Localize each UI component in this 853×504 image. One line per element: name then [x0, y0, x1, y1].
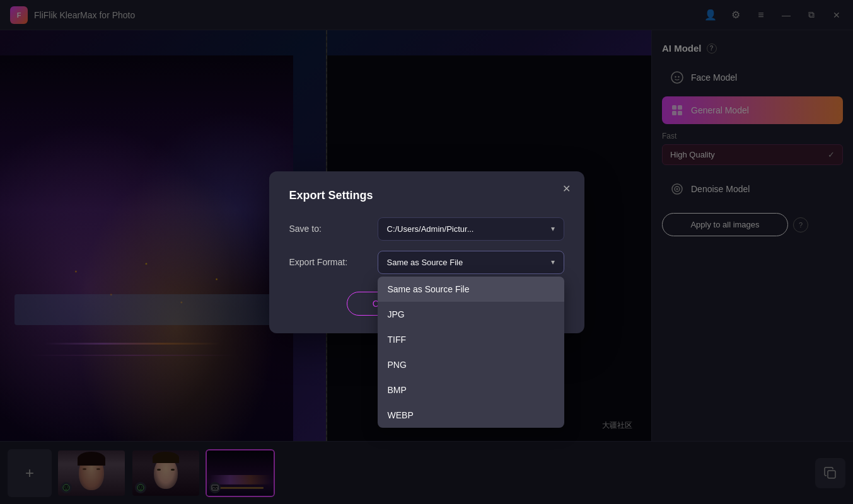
export-format-row: Export Format: Same as Source File ▾ Sam… [289, 251, 564, 274]
export-format-select[interactable]: Same as Source File ▾ [378, 251, 564, 274]
export-format-arrow: ▾ [551, 258, 555, 266]
export-format-label: Export Format: [289, 257, 378, 267]
dropdown-item-webp[interactable]: WEBP [378, 403, 564, 428]
export-format-dropdown: Same as Source File JPG TIFF PNG BMP WEB… [378, 277, 564, 428]
dropdown-item-bmp[interactable]: BMP [378, 377, 564, 403]
dropdown-item-png[interactable]: PNG [378, 352, 564, 377]
dropdown-item-same-as-source[interactable]: Same as Source File [378, 277, 564, 302]
dropdown-item-jpg[interactable]: JPG [378, 302, 564, 327]
save-to-row: Save to: C:/Users/Admin/Pictur... ▾ [289, 217, 564, 241]
save-to-arrow: ▾ [551, 224, 555, 233]
save-to-input[interactable]: C:/Users/Admin/Pictur... ▾ [378, 217, 564, 241]
modal-title: Export Settings [289, 189, 564, 202]
modal-overlay[interactable]: ✕ Export Settings Save to: C:/Users/Admi… [0, 0, 853, 504]
save-to-label: Save to: [289, 224, 378, 234]
dropdown-item-tiff[interactable]: TIFF [378, 327, 564, 352]
modal-close-button[interactable]: ✕ [558, 180, 576, 198]
export-settings-modal: ✕ Export Settings Save to: C:/Users/Admi… [269, 171, 584, 333]
